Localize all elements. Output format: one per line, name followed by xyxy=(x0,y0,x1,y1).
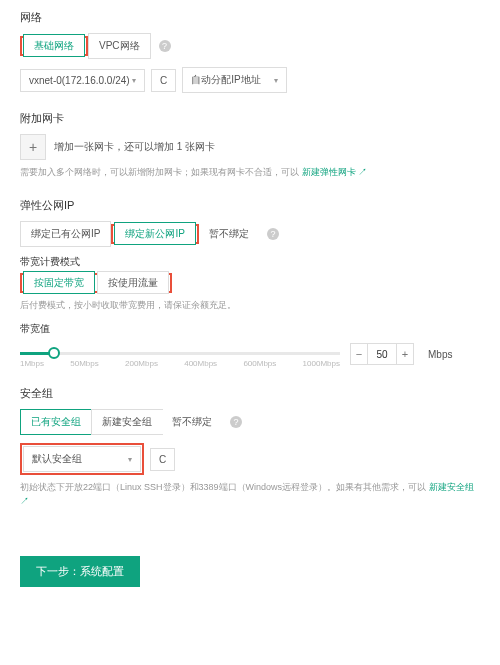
help-icon[interactable]: ? xyxy=(267,228,279,240)
nic-note-text: 需要加入多个网络时，可以新增附加网卡；如果现有网卡不合适，可以 xyxy=(20,167,302,177)
bandwidth-slider-handle[interactable] xyxy=(48,347,60,359)
external-icon: ↗ xyxy=(20,496,29,506)
tick: 200Mbps xyxy=(125,359,158,368)
bandwidth-stepper: − 50 + xyxy=(350,343,414,365)
slider-ticks: 1Mbps 50Mbps 200Mbps 400Mbps 600Mbps 100… xyxy=(20,359,340,368)
tick: 400Mbps xyxy=(184,359,217,368)
tab-eip-none[interactable]: 暂不绑定 xyxy=(199,222,259,246)
billing-mode-label: 带宽计费模式 xyxy=(20,255,480,269)
highlight-eip-new: 绑定新公网IP xyxy=(111,224,198,244)
chevron-down-icon: ▾ xyxy=(132,76,136,85)
sg-select[interactable]: 默认安全组 ▾ xyxy=(23,446,141,472)
stepper-plus[interactable]: + xyxy=(396,343,414,365)
ip-mode-value: 自动分配IP地址 xyxy=(191,73,260,87)
external-icon: ↗ xyxy=(358,167,367,177)
tab-billing-fixed[interactable]: 按固定带宽 xyxy=(23,271,95,294)
tab-network-basic[interactable]: 基础网络 xyxy=(23,34,85,57)
highlight-network-basic: 基础网络 xyxy=(20,36,88,56)
tab-eip-new[interactable]: 绑定新公网IP xyxy=(114,222,195,245)
chevron-down-icon: ▾ xyxy=(128,455,132,464)
nic-note: 需要加入多个网络时，可以新增附加网卡；如果现有网卡不合适，可以 新建弹性网卡 ↗ xyxy=(20,166,480,180)
tab-network-vpc[interactable]: VPC网络 xyxy=(88,33,151,59)
sg-note-text: 初始状态下开放22端口（Linux SSH登录）和3389端口（Windows远… xyxy=(20,482,429,492)
link-text: 新建弹性网卡 xyxy=(302,167,356,177)
bandwidth-label: 带宽值 xyxy=(20,322,480,336)
billing-note: 后付费模式，按小时收取带宽费用，请保证余额充足。 xyxy=(20,299,480,313)
tab-eip-existing[interactable]: 绑定已有公网IP xyxy=(20,221,111,247)
sg-select-value: 默认安全组 xyxy=(32,452,82,466)
sg-note: 初始状态下开放22端口（Linux SSH登录）和3389端口（Windows远… xyxy=(20,481,480,508)
nic-title: 附加网卡 xyxy=(20,111,480,126)
stepper-value[interactable]: 50 xyxy=(368,343,396,365)
tick: 1Mbps xyxy=(20,359,44,368)
network-title: 网络 xyxy=(20,10,480,25)
subnet-select[interactable]: vxnet-0(172.16.0.0/24) ▾ xyxy=(20,69,145,92)
help-icon[interactable]: ? xyxy=(230,416,242,428)
bandwidth-unit: Mbps xyxy=(428,349,452,360)
refresh-button[interactable]: C xyxy=(151,69,176,92)
tick: 1000Mbps xyxy=(303,359,340,368)
tab-sg-none[interactable]: 暂不绑定 xyxy=(162,410,222,434)
highlight-billing: 按固定带宽 按使用流量 xyxy=(20,273,172,293)
refresh-button[interactable]: C xyxy=(150,448,175,471)
stepper-minus[interactable]: − xyxy=(350,343,368,365)
link-text: 新建安全组 xyxy=(429,482,474,492)
tick: 600Mbps xyxy=(243,359,276,368)
eip-title: 弹性公网IP xyxy=(20,198,480,213)
highlight-sg-select: 默认安全组 ▾ xyxy=(20,443,144,475)
bandwidth-slider-track[interactable] xyxy=(20,352,340,355)
next-step-button[interactable]: 下一步：系统配置 xyxy=(20,556,140,587)
sg-title: 安全组 xyxy=(20,386,480,401)
tab-sg-new[interactable]: 新建安全组 xyxy=(91,409,163,435)
help-icon[interactable]: ? xyxy=(159,40,171,52)
chevron-down-icon: ▾ xyxy=(274,76,278,85)
create-nic-link[interactable]: 新建弹性网卡 ↗ xyxy=(302,167,368,177)
ip-mode-select[interactable]: 自动分配IP地址 ▾ xyxy=(182,67,287,93)
subnet-select-value: vxnet-0(172.16.0.0/24) xyxy=(29,75,130,86)
tab-billing-traffic[interactable]: 按使用流量 xyxy=(97,271,169,294)
tick: 50Mbps xyxy=(70,359,98,368)
add-nic-button[interactable]: + xyxy=(20,134,46,160)
tab-sg-existing[interactable]: 已有安全组 xyxy=(20,409,92,435)
add-nic-text: 增加一张网卡，还可以增加 1 张网卡 xyxy=(54,140,215,154)
